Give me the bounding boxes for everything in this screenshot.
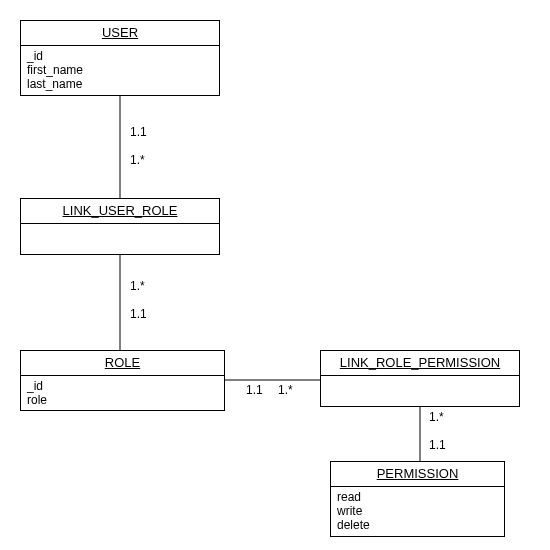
- entity-link-user-role-attrs: [21, 224, 219, 254]
- entity-role-attrs: _id role: [21, 376, 224, 411]
- entity-user-attrs: _id first_name last_name: [21, 46, 219, 95]
- entity-link-user-role-title: LINK_USER_ROLE: [21, 199, 219, 224]
- mult-link-user-role-top: 1.*: [130, 154, 145, 166]
- entity-permission: PERMISSION read write delete: [330, 461, 505, 537]
- entity-link-user-role: LINK_USER_ROLE: [20, 198, 220, 255]
- mult-link-role-perm-bottom: 1.*: [429, 411, 444, 423]
- entity-link-role-permission-title: LINK_ROLE_PERMISSION: [321, 351, 519, 376]
- diagram-canvas: USER _id first_name last_name LINK_USER_…: [0, 0, 550, 550]
- entity-user: USER _id first_name last_name: [20, 20, 220, 96]
- entity-permission-attrs: read write delete: [331, 487, 504, 536]
- mult-role-top: 1.1: [130, 308, 147, 320]
- entity-permission-title: PERMISSION: [331, 462, 504, 487]
- entity-link-role-permission-attrs: [321, 376, 519, 406]
- mult-link-role-perm-left: 1.*: [278, 384, 293, 396]
- mult-link-user-role-bottom: 1.*: [130, 280, 145, 292]
- entity-role: ROLE _id role: [20, 350, 225, 411]
- mult-role-right: 1.1: [246, 384, 263, 396]
- mult-permission-top: 1.1: [429, 439, 446, 451]
- entity-user-title: USER: [21, 21, 219, 46]
- entity-link-role-permission: LINK_ROLE_PERMISSION: [320, 350, 520, 407]
- entity-role-title: ROLE: [21, 351, 224, 376]
- mult-user-side: 1.1: [130, 126, 147, 138]
